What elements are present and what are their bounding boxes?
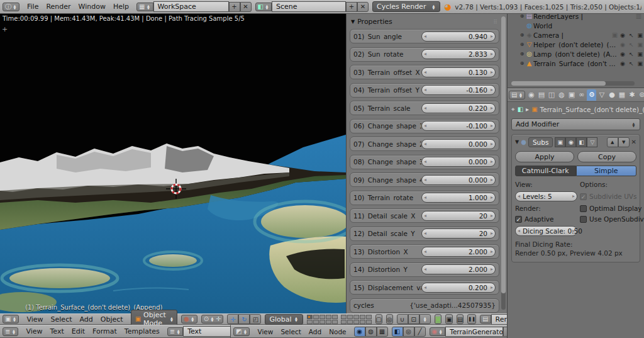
opensubdiv-checkbox[interactable]: ✓ [580,216,587,223]
tab-scene-icon[interactable]: ◫ [547,89,556,101]
move-down-icon[interactable]: ▼ [618,137,630,147]
copy-button[interactable]: Copy [577,151,636,162]
subdivide-uvs-checkbox[interactable]: ✓ [580,193,587,200]
topbar-menu-help[interactable]: Help [109,3,133,11]
property-value-slider[interactable]: 0.200 [421,283,496,293]
layer-cell[interactable] [341,315,347,319]
outliner-item-label[interactable]: World [533,22,643,30]
view3d-menu-select[interactable]: Select [47,315,76,324]
renderlayer-icon[interactable]: ▤ [480,315,491,324]
apply-button[interactable]: Apply [515,151,574,162]
move-up-icon[interactable]: ▲ [607,137,618,147]
tab-world-icon[interactable]: ◍ [557,89,566,101]
text-editor-selector[interactable]: ≣ [3,327,18,336]
outliner-item[interactable]: ⊕◈Camera |▣◉↖▣ [510,30,643,40]
opensubdiv-toggle[interactable]: ✓ Use OpenSubdiv [580,215,644,223]
outliner-item[interactable]: ⊕▽Helper_(don't delete)_(Append◉↖▣ [510,40,643,49]
add-modifier-dropdown[interactable]: Add Modifier [511,118,640,130]
expander-icon[interactable]: ⊕ [519,51,525,57]
property-value-slider[interactable]: 2.833 [421,49,496,59]
cursor-icon[interactable]: ↖ [629,42,634,48]
eye-icon[interactable]: ◉ [620,60,625,67]
simple-button[interactable]: Simple [576,166,637,176]
cursor-icon[interactable]: ↖ [629,51,634,57]
text-menu-view[interactable]: View [22,327,46,335]
modifier-name-field[interactable]: Subs [528,137,553,147]
property-value-slider[interactable]: 0.220 [421,103,496,113]
text-menu-templates[interactable]: Templates [121,327,164,335]
adaptive-toggle[interactable]: ✓ Adaptive [515,215,577,223]
node-editor-selector[interactable]: ◩ [233,327,250,336]
scene-name-field[interactable]: Scene [272,1,346,12]
eye-icon[interactable]: ◉ [620,32,625,38]
catmull-clark-button[interactable]: Catmull-Clark [515,166,576,176]
subdivide-uvs-toggle[interactable]: ✓ Subdivide UVs [580,191,644,201]
eye-icon[interactable]: ◉ [620,51,625,57]
slot-world-icon[interactable]: ◎ [403,327,414,337]
layer-cell[interactable] [319,315,325,319]
delete-workspace-button[interactable]: ✕ [240,2,252,12]
layer-cell[interactable] [347,315,353,319]
outliner-item[interactable]: ⊕▲Terrain_Surface_(don't delete)_◉↖▣ [510,59,643,68]
tab-physics-icon[interactable]: ⊚ [637,89,644,101]
property-value-slider[interactable]: 2.000 [421,247,496,257]
topbar-menu-render[interactable]: Render [42,3,74,11]
node-menu-view[interactable]: View [253,328,277,335]
property-value-slider[interactable]: 20 [421,228,496,239]
cursor-icon[interactable]: ↖ [629,60,634,67]
layer-cell[interactable] [332,315,338,319]
layer-cell[interactable] [307,320,313,324]
outliner-scrollbar-thumb[interactable] [511,81,606,86]
text-menu-text[interactable]: Text [47,327,68,335]
layer-cell[interactable] [360,315,365,319]
optimal-display-checkbox[interactable]: ✓ [580,205,587,212]
outliner-item-label[interactable]: Terrain_Surface_(don't delete)_ [533,60,619,67]
eye-icon[interactable]: ◉ [620,42,625,48]
expander-icon[interactable]: ⊕ [519,42,525,47]
slot-object-icon[interactable]: ◧ [392,327,403,337]
world-shader-icon[interactable]: ◍ [365,327,377,337]
scene-browse-button[interactable]: ◧ [255,3,272,11]
property-value-slider[interactable]: 0.940 [421,31,496,42]
tab-texture-icon[interactable]: ▦ [617,89,626,101]
node-menu-node[interactable]: Node [325,328,350,335]
view3d-menu-add[interactable]: Add [76,315,97,324]
breadcrumb-object-name[interactable]: Terrain_Surface_(don't delete)_(App... [540,106,644,113]
layer-cell[interactable] [353,320,359,324]
npanel-scrollbar-thumb[interactable] [501,16,506,293]
render-still-icon[interactable]: ▣ [445,314,452,324]
layer-cell[interactable] [307,315,313,319]
outliner-item[interactable]: ◍World [510,21,643,30]
tab-object-icon[interactable]: ▣ [567,89,576,101]
property-value-slider[interactable]: 20 [421,211,496,221]
viewport-shading-dropdown[interactable]: ● [181,315,197,324]
panel-grip-icon[interactable]: ⠿ [493,19,498,25]
adaptive-checkbox[interactable]: ✓ [515,216,522,223]
node-menu-select[interactable]: Select [277,328,304,335]
outliner-item-label[interactable]: Camera | [533,31,611,39]
layer-cell[interactable] [326,320,331,324]
layer-cell[interactable] [360,320,365,324]
toolshelf-expand-icon[interactable]: + [2,25,8,33]
expander-icon[interactable]: ⊕ [519,13,525,19]
pause-icon[interactable]: ❚❚ [467,314,476,324]
delete-scene-button[interactable]: ✕ [357,2,369,12]
ao-preview-icon[interactable]: ◙ [435,314,442,324]
backdrop-icon[interactable]: ▢ [375,314,382,324]
snap-chevron[interactable] [419,314,431,324]
tab-constraints-icon[interactable]: ∞ [577,89,586,101]
layer-cell[interactable] [366,320,372,324]
material-shader-icon[interactable]: ◉ [354,327,365,337]
transform-orientation-dropdown[interactable]: Global [265,314,303,325]
material-browse-button[interactable]: ◉ [430,327,446,336]
cycles-property-row[interactable]: cycles {'use_adapti...42507935} [350,298,499,313]
topbar-menu-window[interactable]: Window [75,3,109,11]
tab-modifiers-icon[interactable]: ⚙ [587,89,596,101]
editor-type-selector[interactable]: ⓘ [3,3,19,11]
layer-cell[interactable] [313,315,319,319]
render-engine-dropdown[interactable]: Cycles Render [372,1,440,12]
expand-icon[interactable]: ▼ [515,140,519,145]
dicing-scale-slider[interactable]: Dicing Scale: 0.50 [515,226,577,236]
npanel-scrollbar[interactable] [501,16,506,310]
snap-element-icon[interactable]: ⊡ [408,314,419,324]
